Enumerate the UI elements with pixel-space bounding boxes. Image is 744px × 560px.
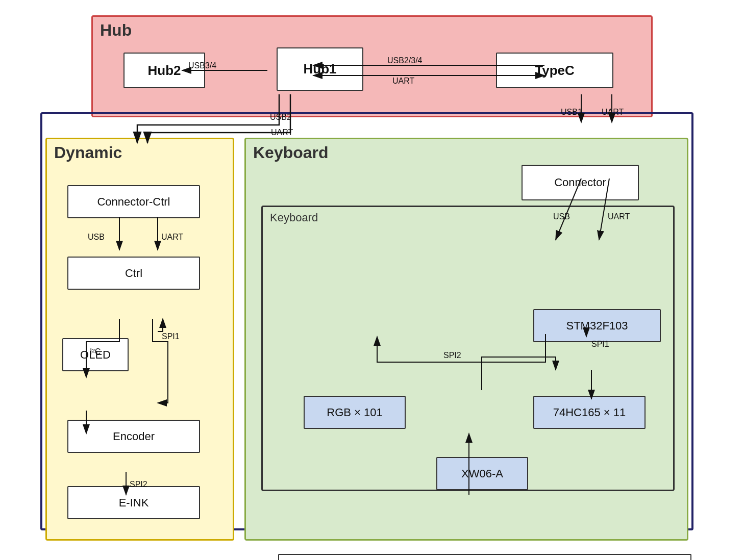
oled-box: OLED	[62, 338, 129, 371]
touchbar-box: TouchBar	[278, 554, 691, 560]
keyboard-section-label: Keyboard	[253, 143, 329, 162]
hub-section: Hub Hub2 Hub1 TypeC	[91, 15, 653, 117]
hc165-box: 74HC165 × 11	[533, 396, 646, 429]
hub2-box: Hub2	[123, 53, 205, 88]
keyboard-inner-label: Keyboard	[270, 211, 318, 224]
hub1-box: Hub1	[277, 47, 363, 91]
keyboard-inner: Keyboard STM32F103 RGB × 101 74HC165 × 1…	[261, 206, 675, 491]
dynamic-label: Dynamic	[54, 143, 122, 162]
keyboard-section: Keyboard Connector Keyboard STM32F103 RG…	[244, 138, 688, 541]
connector-box: Connector	[522, 165, 639, 200]
stm32-box: STM32F103	[533, 309, 661, 342]
hub-label: Hub	[100, 21, 132, 40]
xw06-box: XW06-A	[436, 457, 528, 490]
dynamic-section: Dynamic Connector-Ctrl Ctrl OLED Encoder…	[45, 138, 234, 541]
connector-ctrl-box: Connector-Ctrl	[67, 185, 200, 218]
eink-box: E-INK	[67, 486, 200, 519]
encoder-box: Encoder	[67, 420, 200, 453]
typec-box: TypeC	[496, 53, 613, 88]
ctrl-box: Ctrl	[67, 257, 200, 290]
rgb-box: RGB × 101	[304, 396, 406, 429]
